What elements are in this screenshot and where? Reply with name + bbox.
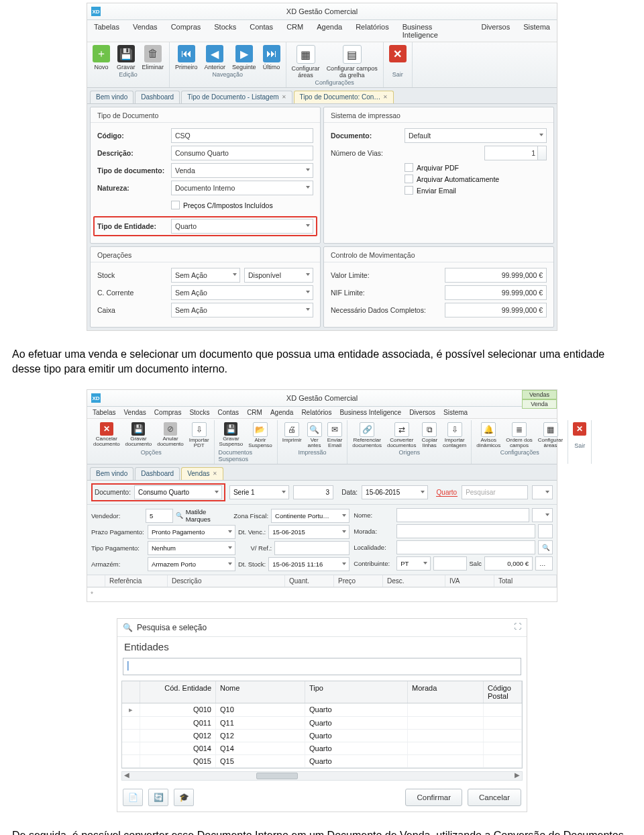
morada-input[interactable]	[396, 524, 535, 538]
salc-more[interactable]: …	[535, 556, 553, 571]
h-scrollbar[interactable]: ◀ ▶	[121, 771, 523, 781]
nome-input[interactable]	[396, 508, 529, 522]
cancelar-doc-button[interactable]: ✕Cancelar documento	[93, 422, 121, 448]
cancelar-button[interactable]: Cancelar	[468, 789, 521, 806]
scrollbar-thumb[interactable]	[256, 773, 298, 779]
anterior-button[interactable]: ◀Anterior	[203, 44, 227, 70]
data-input[interactable]: 15-06-2015	[362, 485, 427, 499]
menu-sistema[interactable]: Sistema	[523, 23, 550, 39]
menu-tabelas[interactable]: Tabelas	[93, 409, 115, 416]
tipo-entidade-select[interactable]: Quarto	[171, 219, 313, 234]
table-row[interactable]: Q014Q14Quarto	[122, 742, 522, 755]
sair-button[interactable]: ✕	[572, 422, 587, 442]
gravar-doc-button[interactable]: 💾Gravar documento	[125, 422, 153, 448]
menu-diversos[interactable]: Diversos	[481, 23, 510, 39]
context-tab-vendas[interactable]: Vendas	[522, 390, 557, 399]
valor-limite-input[interactable]: 99.999,000 €	[445, 268, 547, 283]
imprimir-button[interactable]: 🖨Imprimir	[282, 422, 303, 448]
menu-agenda[interactable]: Agenda	[317, 23, 342, 39]
menu-agenda[interactable]: Agenda	[270, 409, 293, 416]
gravar-susp-button[interactable]: 💾Gravar Suspenso	[219, 422, 244, 448]
tab-tipodoc[interactable]: Tipo de Documento: Con…✕	[294, 91, 394, 103]
eliminar-button[interactable]: 🗑Eliminar	[141, 44, 166, 70]
vref-input[interactable]	[274, 541, 350, 555]
morada-plus[interactable]	[538, 524, 553, 538]
novo-button[interactable]: ＋Novo	[91, 44, 111, 70]
doc-impressao-select[interactable]: Default	[405, 128, 547, 143]
abrir-susp-button[interactable]: 📂Abrir Suspenso	[248, 422, 273, 448]
vias-spinner[interactable]: 1	[484, 146, 547, 160]
tab-bemvindo[interactable]: Bem vindo	[90, 467, 133, 480]
documento-select[interactable]: Consumo Quarto	[134, 485, 222, 499]
tab-listagem[interactable]: Tipo de Documento - Listagem✕	[181, 91, 292, 103]
stock-disp-select[interactable]: Disponível	[244, 268, 313, 283]
menu-crm[interactable]: CRM	[247, 409, 262, 416]
table-row[interactable]: Q011Q11Quarto	[122, 717, 522, 730]
tab-bemvindo[interactable]: Bem vindo	[90, 91, 133, 103]
copiar-linhas-button[interactable]: ⧉Copiar linhas	[421, 422, 439, 448]
confirmar-button[interactable]: Confirmar	[405, 789, 462, 806]
menu-relatorios[interactable]: Relatórios	[301, 409, 331, 416]
gravar-button[interactable]: 💾Gravar	[115, 44, 137, 70]
prazo-pag-select[interactable]: Pronto Pagamento	[148, 525, 235, 539]
localidade-search[interactable]: 🔍	[538, 540, 553, 554]
tipo-pag-select[interactable]: Nenhum	[148, 541, 235, 555]
menu-tabelas[interactable]: Tabelas	[94, 23, 119, 39]
contrib-input[interactable]	[433, 556, 466, 571]
armazem-select[interactable]: Armazem Porto	[148, 557, 235, 571]
stock-select[interactable]: Sem Ação	[171, 268, 240, 283]
tab-vendas[interactable]: Vendas✕	[181, 467, 223, 480]
menu-vendas[interactable]: Vendas	[133, 23, 158, 39]
quarto-link[interactable]: Quarto	[436, 489, 458, 497]
dt-venc-input[interactable]: 15-06-2015	[268, 525, 350, 539]
dialog-close-button[interactable]: ⛶	[514, 622, 521, 630]
pesquisar-dd[interactable]	[532, 485, 553, 499]
zona-fiscal-select[interactable]: Continente Portu…	[271, 509, 350, 523]
lines-grid-body[interactable]: *	[87, 587, 557, 601]
context-tab-venda[interactable]: Venda	[522, 399, 557, 409]
avisos-button[interactable]: 🔔Avisos dinâmicos	[476, 422, 501, 448]
pesquisar-input[interactable]: Pesquisar	[462, 485, 528, 499]
num-input[interactable]: 3	[293, 485, 333, 499]
dialog-search-input[interactable]: |	[123, 658, 521, 675]
menu-stocks[interactable]: Stocks	[189, 409, 209, 416]
menu-bi[interactable]: Business Inteligence	[339, 409, 401, 416]
codigo-input[interactable]: CSQ	[171, 128, 313, 143]
table-row[interactable]: Q015Q15Quarto	[122, 755, 522, 768]
cc-select[interactable]: Sem Ação	[171, 285, 313, 300]
enviar-email-button[interactable]: ✉Enviar Email	[327, 422, 343, 448]
contrib-prefix[interactable]: PT	[396, 556, 431, 571]
config-areas-button[interactable]: ▦Configurar áreas	[290, 44, 321, 79]
natureza-select[interactable]: Documento Interno	[171, 181, 313, 195]
ver-antes-button[interactable]: 🔍Ver antes	[307, 422, 323, 448]
dt-stock-input[interactable]: 15-06-2015 11:16	[268, 557, 350, 571]
importar-contagem-button[interactable]: ⇩Importar contagem	[442, 422, 467, 448]
menu-compras[interactable]: Compras	[171, 23, 201, 39]
arquivar-auto-checkbox[interactable]: Arquivar Automaticamente	[405, 175, 547, 183]
tab-dashboard[interactable]: Dashboard	[135, 91, 180, 103]
refresh-icon-button[interactable]: 🔄	[148, 789, 168, 806]
menu-bi[interactable]: Business Inteligence	[402, 23, 468, 39]
table-row[interactable]: Q012Q12Quarto	[122, 730, 522, 742]
vendedor-id[interactable]: 5	[146, 509, 173, 523]
seguinte-button[interactable]: ▶Seguinte	[231, 44, 258, 70]
precos-checkbox[interactable]: Preços C/Impostos Incluídos	[171, 201, 273, 209]
config-campos-button[interactable]: ▤Configurar campos da grelha	[325, 44, 379, 79]
sair-button[interactable]: ✕	[388, 44, 408, 70]
tab-dashboard[interactable]: Dashboard	[135, 467, 180, 480]
menu-diversos[interactable]: Diversos	[409, 409, 435, 416]
descricao-input[interactable]: Consumo Quarto	[171, 146, 313, 160]
close-tab-icon[interactable]: ✕	[282, 94, 286, 100]
ordem-campos-button[interactable]: ≣Ordem dos campos	[505, 422, 533, 448]
table-row[interactable]: ▸Q010Q10Quarto	[122, 703, 522, 717]
menu-sistema[interactable]: Sistema	[443, 409, 468, 416]
anular-doc-button[interactable]: ⊘Anular documento	[156, 422, 184, 448]
menu-vendas[interactable]: Vendas	[123, 409, 146, 416]
primeiro-button[interactable]: ⏮Primeiro	[174, 44, 199, 70]
caixa-select[interactable]: Sem Ação	[171, 303, 313, 317]
menu-contas[interactable]: Contas	[250, 23, 273, 39]
menu-contas[interactable]: Contas	[217, 409, 239, 416]
importar-pdt-button[interactable]: ⇩Importar PDT	[189, 422, 210, 448]
menu-crm[interactable]: CRM	[286, 23, 303, 39]
nome-dd[interactable]	[532, 508, 553, 522]
